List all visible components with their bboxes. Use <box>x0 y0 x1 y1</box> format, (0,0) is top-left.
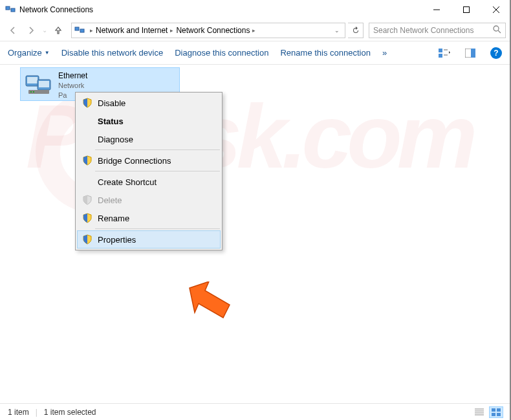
content-area: Ethernet Network Pa Disable Status Diagn… <box>0 65 511 401</box>
svg-rect-20 <box>39 81 49 87</box>
chevron-down-icon: ▼ <box>45 50 50 56</box>
menu-separator <box>95 149 220 150</box>
svg-point-9 <box>494 26 499 31</box>
titlebar: Network Connections <box>0 0 511 19</box>
menu-item-rename[interactable]: Rename <box>77 209 221 227</box>
svg-rect-28 <box>492 408 495 412</box>
status-separator: | <box>36 408 38 417</box>
refresh-button[interactable] <box>348 23 364 38</box>
help-button[interactable]: ? <box>489 46 503 60</box>
item-count: 1 item <box>8 408 29 417</box>
breadcrumb-item[interactable]: Network Connections <box>176 26 250 35</box>
window-title: Network Connections <box>19 5 422 14</box>
svg-rect-4 <box>464 7 470 13</box>
svg-rect-0 <box>6 6 10 10</box>
menu-item-status[interactable]: Status <box>77 112 221 130</box>
disable-device-button[interactable]: Disable this network device <box>61 48 164 58</box>
menu-item-shortcut[interactable]: Create Shortcut <box>77 173 221 191</box>
svg-rect-11 <box>439 49 442 52</box>
preview-pane-button[interactable] <box>463 46 477 60</box>
status-bar: 1 item | 1 item selected <box>0 403 511 420</box>
svg-rect-30 <box>492 413 495 416</box>
svg-point-22 <box>30 91 32 93</box>
selection-count: 1 item selected <box>44 408 96 417</box>
breadcrumb[interactable]: ▸ Network and Internet ▸ Network Connect… <box>71 23 345 38</box>
app-icon <box>5 5 16 15</box>
maximize-button[interactable] <box>451 0 481 19</box>
adapter-status: Network <box>58 81 87 91</box>
shield-icon <box>82 98 92 108</box>
back-button[interactable] <box>5 23 21 38</box>
view-options-button[interactable] <box>437 46 451 60</box>
svg-rect-12 <box>439 54 442 58</box>
shield-icon <box>82 234 92 245</box>
svg-rect-16 <box>471 49 475 58</box>
svg-rect-31 <box>497 413 501 416</box>
history-dropdown-icon[interactable]: ⌄ <box>41 27 48 34</box>
search-input[interactable]: Search Network Connections <box>369 23 506 38</box>
breadcrumb-item[interactable]: Network and Internet <box>96 26 168 35</box>
svg-rect-18 <box>27 77 38 83</box>
chevron-right-icon: ▸ <box>252 27 256 34</box>
menu-item-properties[interactable]: Properties <box>77 230 221 249</box>
close-button[interactable] <box>481 0 511 19</box>
menu-item-diagnose[interactable]: Diagnose <box>77 130 221 148</box>
svg-line-10 <box>498 30 501 33</box>
toolbar: Organize▼ Disable this network device Di… <box>0 41 511 65</box>
svg-rect-1 <box>11 8 15 12</box>
menu-item-disable[interactable]: Disable <box>77 94 221 112</box>
minimize-button[interactable] <box>422 0 451 19</box>
rename-button[interactable]: Rename this connection <box>280 48 370 58</box>
menu-separator <box>95 228 220 229</box>
svg-rect-7 <box>75 27 79 30</box>
chevron-right-icon: ▸ <box>90 27 93 34</box>
shield-icon <box>82 155 92 166</box>
menu-item-delete: Delete <box>77 191 221 209</box>
organize-button[interactable]: Organize▼ <box>8 48 50 58</box>
chevron-right-icon: ▸ <box>170 27 173 34</box>
adapter-name: Ethernet <box>58 71 87 81</box>
breadcrumb-dropdown-icon[interactable]: ⌄ <box>334 27 340 34</box>
shield-icon <box>82 213 92 223</box>
menu-separator <box>95 171 220 171</box>
diagnose-button[interactable]: Diagnose this connection <box>175 48 268 58</box>
shield-icon <box>82 195 92 205</box>
ethernet-adapter-icon <box>25 72 53 96</box>
location-icon <box>74 25 85 36</box>
details-view-button[interactable] <box>472 406 486 418</box>
annotation-arrow <box>183 282 235 329</box>
svg-rect-29 <box>497 408 501 412</box>
forward-button[interactable] <box>23 23 39 38</box>
search-placeholder: Search Network Connections <box>373 26 493 35</box>
icons-view-button[interactable] <box>489 406 503 418</box>
search-icon <box>493 25 501 36</box>
context-menu: Disable Status Diagnose Bridge Connectio… <box>75 92 223 250</box>
menu-item-bridge[interactable]: Bridge Connections <box>77 151 221 170</box>
more-commands[interactable]: » <box>382 48 387 58</box>
nav-bar: ⌄ ▸ Network and Internet ▸ Network Conne… <box>0 19 511 41</box>
svg-point-23 <box>33 91 34 93</box>
svg-rect-8 <box>80 29 84 32</box>
up-button[interactable] <box>50 23 66 38</box>
